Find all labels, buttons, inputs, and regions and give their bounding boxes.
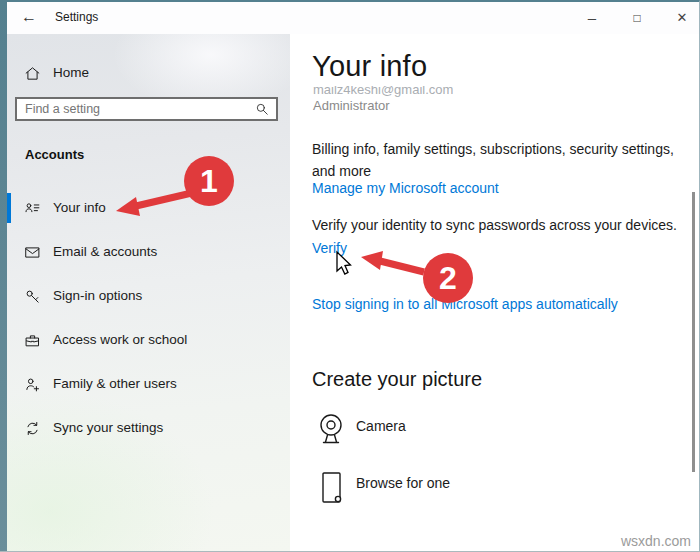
verify-description: Verify your identity to sync passwords a… — [312, 217, 677, 233]
window-title: Settings — [55, 10, 98, 24]
camera-option-label[interactable]: Camera — [356, 418, 406, 434]
sidebar-item-label: Family & other users — [53, 365, 177, 403]
sidebar-item-label: Your info — [53, 189, 106, 227]
window-left-edge — [0, 2, 7, 552]
sidebar-item-home[interactable]: Home — [7, 58, 290, 88]
envelope-icon — [24, 244, 41, 261]
sync-icon — [24, 420, 41, 437]
sidebar-item-your-info[interactable]: Your info — [7, 189, 290, 227]
camera-icon[interactable] — [317, 412, 345, 448]
search-box — [15, 97, 278, 121]
browse-option-label[interactable]: Browse for one — [356, 475, 450, 491]
titlebar: ← Settings – □ ✕ — [7, 2, 699, 34]
create-picture-heading: Create your picture — [312, 368, 482, 391]
sidebar: Home Accounts Your info Email & accounts — [7, 34, 290, 552]
account-role: Administrator — [313, 98, 390, 113]
minimize-button[interactable]: – — [576, 4, 608, 30]
sidebar-item-access-work-school[interactable]: Access work or school — [7, 321, 290, 359]
sidebar-item-label: Email & accounts — [53, 233, 157, 271]
key-icon — [24, 288, 41, 305]
sidebar-item-sign-in-options[interactable]: Sign-in options — [7, 277, 290, 315]
stop-signing-in-link[interactable]: Stop signing in to all Microsoft apps au… — [312, 296, 618, 312]
sidebar-item-family-other-users[interactable]: Family & other users — [7, 365, 290, 403]
settings-window: ← Settings – □ ✕ Home Accounts Your i — [0, 0, 700, 552]
home-icon — [24, 65, 41, 82]
verify-link[interactable]: Verify — [312, 240, 347, 256]
sidebar-item-label: Home — [53, 58, 89, 88]
page-title: Your info — [312, 50, 427, 83]
sidebar-section-header: Accounts — [25, 147, 84, 162]
sidebar-item-email-accounts[interactable]: Email & accounts — [7, 233, 290, 271]
watermark: wsxdn.com — [621, 533, 691, 549]
close-button[interactable]: ✕ — [666, 4, 698, 30]
briefcase-icon — [24, 332, 41, 349]
maximize-button[interactable]: □ — [621, 4, 653, 30]
selected-accent-bar — [7, 193, 11, 223]
person-plus-icon — [24, 376, 41, 393]
contact-card-icon — [24, 200, 41, 217]
account-email: mailz4keshi@gmail.com — [313, 86, 453, 97]
back-button[interactable]: ← — [15, 5, 43, 29]
sidebar-item-label: Sign-in options — [53, 277, 142, 315]
scrollbar-thumb[interactable] — [692, 192, 695, 472]
billing-description: Billing info, family settings, subscript… — [312, 138, 676, 182]
search-input[interactable] — [17, 99, 276, 119]
manage-account-link[interactable]: Manage my Microsoft account — [312, 180, 499, 196]
search-icon[interactable] — [255, 102, 269, 116]
sidebar-item-label: Sync your settings — [53, 409, 163, 447]
browse-file-icon[interactable] — [318, 471, 346, 507]
sidebar-item-label: Access work or school — [53, 321, 187, 359]
sidebar-item-sync-settings[interactable]: Sync your settings — [7, 409, 290, 447]
main-content: Your info mailz4keshi@gmail.com Administ… — [290, 34, 699, 551]
